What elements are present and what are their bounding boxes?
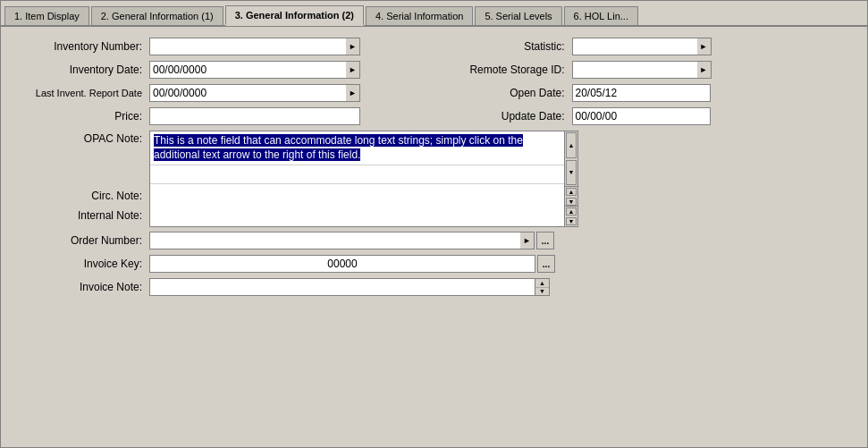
notes-textarea-section: This is a note field that can accommodat…	[149, 131, 578, 227]
notes-textarea-container: This is a note field that can accommodat…	[149, 131, 564, 227]
update-date-label: Update Date:	[438, 110, 572, 123]
remote-storage-label: Remote Storage ID:	[438, 63, 572, 76]
last-invent-arrow-btn[interactable]: ►	[346, 84, 360, 102]
order-number-input-wrapper: ► ...	[149, 232, 554, 249]
circ-scroll-down[interactable]: ▼	[566, 198, 577, 206]
invoice-key-dots-btn[interactable]: ...	[537, 255, 555, 273]
inventory-date-row: Inventory Date: ►	[15, 61, 431, 79]
update-date-input-wrapper	[572, 107, 711, 125]
remote-storage-input[interactable]	[572, 61, 697, 79]
inventory-number-input[interactable]	[149, 38, 346, 55]
order-number-row: Order Number: ► ...	[15, 232, 853, 249]
inventory-date-arrow-btn[interactable]: ►	[346, 61, 360, 79]
circ-note-label: Circ. Note:	[15, 186, 149, 206]
left-column: Inventory Number: ► Inventory Date: ►	[15, 38, 431, 131]
inventory-number-label: Inventory Number:	[15, 40, 149, 53]
remote-storage-row: Remote Storage ID: ►	[438, 61, 854, 79]
invoice-note-input[interactable]	[149, 278, 535, 296]
price-label: Price:	[15, 110, 149, 123]
circ-scroll: ▲ ▼	[565, 187, 577, 207]
open-date-row: Open Date:	[438, 84, 854, 102]
opac-scroll-down[interactable]: ▼	[566, 160, 577, 186]
order-number-arrow-btn[interactable]: ►	[520, 232, 535, 249]
remote-storage-arrow-btn[interactable]: ►	[697, 61, 712, 79]
opac-note-text[interactable]: This is a note field that can accommodat…	[150, 131, 564, 165]
invoice-note-scroll-up[interactable]: ▲	[535, 279, 549, 288]
opac-scroll-up[interactable]: ▲	[566, 132, 577, 158]
circ-scroll-up[interactable]: ▲	[566, 188, 577, 196]
last-invent-input[interactable]	[149, 84, 346, 102]
tab-general-info-2[interactable]: 3. General Information (2)	[225, 5, 364, 26]
open-date-label: Open Date:	[438, 87, 572, 99]
last-invent-label: Last Invent. Report Date	[15, 88, 149, 98]
invoice-key-row: Invoice Key: ...	[15, 255, 853, 273]
remote-storage-input-wrapper: ►	[572, 61, 712, 79]
update-date-input[interactable]	[572, 107, 711, 125]
order-number-dots-btn[interactable]: ...	[536, 232, 554, 249]
statistic-input[interactable]	[572, 38, 697, 55]
open-date-input-wrapper	[572, 84, 711, 102]
price-input-wrapper	[149, 107, 360, 125]
statistic-input-wrapper: ►	[572, 38, 712, 55]
opac-note-label: OPAC Note:	[15, 131, 149, 186]
content-area: Inventory Number: ► Inventory Date: ►	[1, 27, 867, 447]
opac-scroll: ▲ ▼	[565, 131, 577, 187]
top-section: Inventory Number: ► Inventory Date: ►	[15, 38, 853, 131]
last-invent-row: Last Invent. Report Date ►	[15, 84, 431, 102]
tab-item-display[interactable]: 1. Item Display	[4, 6, 89, 26]
open-date-input[interactable]	[572, 84, 711, 102]
statistic-arrow-btn[interactable]: ►	[697, 38, 712, 55]
circ-note-text[interactable]	[150, 165, 564, 183]
internal-scroll: ▲ ▼	[565, 207, 577, 226]
price-input[interactable]	[149, 107, 360, 125]
notes-scrollbar: ▲ ▼ ▲ ▼ ▲ ▼	[564, 131, 578, 227]
inventory-number-arrow-btn[interactable]: ►	[346, 38, 360, 55]
inventory-date-input-wrapper: ►	[149, 61, 360, 79]
inventory-number-input-wrapper: ►	[149, 38, 360, 55]
internal-scroll-down[interactable]: ▼	[566, 217, 577, 225]
tab-general-info-1[interactable]: 2. General Information (1)	[91, 6, 223, 26]
tab-hol-lin[interactable]: 6. HOL Lin...	[564, 6, 638, 26]
opac-selected-text: This is a note field that can accommodat…	[154, 134, 523, 161]
update-date-row: Update Date:	[438, 107, 854, 125]
invoice-note-row: Invoice Note: ▲ ▼	[15, 278, 853, 296]
tab-serial-info[interactable]: 4. Serial Information	[366, 6, 473, 26]
main-window: 1. Item Display 2. General Information (…	[0, 0, 868, 448]
invoice-key-input-wrapper: ...	[149, 255, 555, 273]
notes-section: OPAC Note: Circ. Note: Internal Note: Th…	[15, 131, 853, 227]
invoice-note-scroll[interactable]: ▲ ▼	[535, 278, 550, 296]
inventory-date-input[interactable]	[149, 61, 346, 79]
statistic-label: Statistic:	[438, 40, 572, 53]
internal-note-text[interactable]	[150, 183, 564, 202]
right-column: Statistic: ► Remote Storage ID: ►	[438, 38, 854, 131]
notes-labels: OPAC Note: Circ. Note: Internal Note:	[15, 131, 149, 227]
price-row: Price:	[15, 107, 431, 125]
invoice-key-input[interactable]	[149, 255, 535, 273]
statistic-row: Statistic: ►	[438, 38, 854, 55]
order-number-label: Order Number:	[15, 234, 149, 247]
order-number-input[interactable]	[149, 232, 520, 249]
internal-scroll-up[interactable]: ▲	[566, 207, 577, 216]
last-invent-input-wrapper: ►	[149, 84, 360, 102]
invoice-note-scroll-down[interactable]: ▼	[535, 288, 549, 296]
invoice-note-label: Invoice Note:	[15, 281, 149, 293]
tab-serial-levels[interactable]: 5. Serial Levels	[475, 6, 561, 26]
invoice-note-input-wrapper: ▲ ▼	[149, 278, 550, 296]
invoice-key-label: Invoice Key:	[15, 258, 149, 270]
inventory-date-label: Inventory Date:	[15, 63, 149, 76]
inventory-number-row: Inventory Number: ►	[15, 38, 431, 55]
internal-note-label: Internal Note:	[15, 206, 149, 225]
tab-bar: 1. Item Display 2. General Information (…	[1, 1, 867, 27]
